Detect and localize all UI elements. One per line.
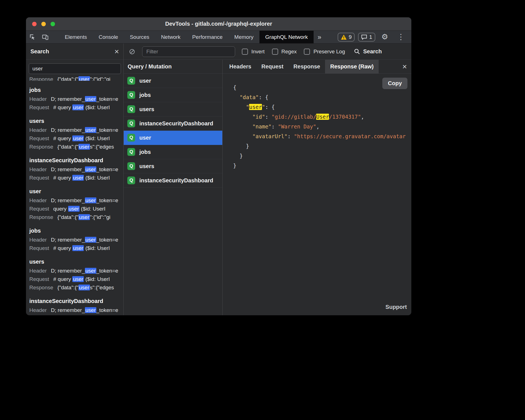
json-token xyxy=(233,114,252,120)
result-text-match: user xyxy=(72,135,84,141)
block-icon[interactable] xyxy=(129,48,135,55)
query-item-users[interactable]: Qusers xyxy=(124,159,222,173)
result-text: ($id: UserI xyxy=(84,104,110,110)
close-window-button[interactable] xyxy=(32,22,37,26)
result-line-label: Response xyxy=(29,285,53,290)
json-token: " xyxy=(262,104,265,110)
checkbox-invert[interactable]: Invert xyxy=(242,49,265,55)
search-panel-close-icon[interactable]: × xyxy=(114,48,119,56)
json-token: } xyxy=(233,153,243,159)
result-text-match: user xyxy=(78,144,90,150)
tab-sources[interactable]: Sources xyxy=(124,31,155,43)
result-text: ($id: UserI xyxy=(84,135,110,141)
result-line: HeaderD; remember_user_token=e xyxy=(29,306,120,314)
result-line: Request# query user ($id: UserI xyxy=(29,103,120,112)
result-text-match: user xyxy=(85,127,96,133)
query-type-badge: Q xyxy=(127,148,135,156)
result-text: s":{"edges xyxy=(90,285,114,290)
tab-network[interactable]: Network xyxy=(155,31,187,43)
search-results[interactable]: Response{"data":{"user":{"id":"gijobsHea… xyxy=(26,75,123,315)
warning-count: 9 xyxy=(349,34,352,40)
result-text-match: user xyxy=(78,285,90,290)
warnings-badge[interactable]: 9 xyxy=(338,33,355,42)
result-line: HeaderD; remember_user_token=e xyxy=(29,95,120,103)
result-text-match: user xyxy=(85,237,96,243)
query-item-users[interactable]: Qusers xyxy=(124,102,222,116)
result-line-label: Request xyxy=(29,135,49,141)
result-section-title: users xyxy=(29,117,120,125)
detail-close-icon[interactable]: × xyxy=(398,63,411,71)
detail-tab-headers[interactable]: Headers xyxy=(224,60,256,73)
result-text: D; remember_ xyxy=(51,268,85,274)
query-item-label: user xyxy=(139,135,151,141)
more-tabs-button[interactable]: » xyxy=(314,31,325,43)
copy-button[interactable]: Copy xyxy=(382,78,407,89)
tab-memory[interactable]: Memory xyxy=(228,31,259,43)
minimize-window-button[interactable] xyxy=(41,22,46,26)
json-match: user xyxy=(249,104,262,110)
devtools-content: Search × Response{"data":{"user":{"id":"… xyxy=(26,44,411,315)
query-item-user[interactable]: Quser xyxy=(124,74,222,88)
result-line: Requestquery user ($id: UserI xyxy=(29,205,120,213)
detail-tab-response[interactable]: Response xyxy=(288,60,325,73)
result-line-label: Request xyxy=(29,245,49,251)
json-code: { "data": { "user": { "id": "gid://gitla… xyxy=(233,83,411,171)
result-text: D; remember_ xyxy=(51,197,85,203)
detail-tab-request[interactable]: Request xyxy=(256,60,288,73)
query-item-instancesecuritydashboard[interactable]: QinstanceSecurityDashboard xyxy=(124,116,222,131)
json-token: /13704317" xyxy=(329,114,361,120)
tab-console[interactable]: Console xyxy=(93,31,124,43)
json-token: "https://secure.gravatar.com/avatar xyxy=(294,133,405,139)
result-text: # query xyxy=(53,175,73,181)
detail-tab-response-raw[interactable]: Response (Raw) xyxy=(325,60,379,73)
query-item-user[interactable]: Quser xyxy=(124,131,222,145)
tab-performance[interactable]: Performance xyxy=(186,31,228,43)
result-text: D; remember_ xyxy=(51,307,85,313)
query-item-jobs[interactable]: Qjobs xyxy=(124,145,222,159)
result-section-title: user xyxy=(29,188,120,195)
checkbox-regex[interactable]: Regex xyxy=(272,49,297,55)
filter-input[interactable] xyxy=(142,46,235,57)
json-line: } xyxy=(233,141,411,151)
filter-checkboxes: InvertRegexPreserve Log xyxy=(242,49,345,55)
tab-graphql-network[interactable]: GraphQL Network xyxy=(259,31,314,43)
result-line: Response{"data":{"users":{"edges xyxy=(29,283,120,292)
query-panel-title: Query / Mutation xyxy=(124,60,222,74)
zoom-window-button[interactable] xyxy=(51,22,55,26)
json-token: } xyxy=(233,143,249,149)
detail-panel: HeadersRequestResponseResponse (Raw) × {… xyxy=(223,60,411,315)
result-text: D; remember_ xyxy=(51,96,85,102)
kebab-menu-icon[interactable]: ⋮ xyxy=(394,33,407,41)
messages-badge[interactable]: 1 xyxy=(358,33,375,42)
query-item-label: user xyxy=(139,78,151,84)
json-line: "name": "Warren Day", xyxy=(233,122,411,132)
result-text-match: user xyxy=(68,206,80,212)
inspect-element-icon[interactable] xyxy=(26,31,39,43)
query-item-jobs[interactable]: Qjobs xyxy=(124,88,222,102)
json-token: : { xyxy=(265,104,275,110)
detail-tab-strip: HeadersRequestResponseResponse (Raw) xyxy=(224,60,379,73)
response-raw-view[interactable]: { "data": { "user": { "id": "gid://gitla… xyxy=(223,74,411,315)
query-type-badge: Q xyxy=(127,105,135,113)
settings-gear-icon[interactable]: ⚙ xyxy=(379,33,391,41)
result-text: {"data":{" xyxy=(58,214,78,220)
json-token: : xyxy=(265,114,271,120)
checkbox-box-preserve-log xyxy=(304,49,310,55)
tab-elements[interactable]: Elements xyxy=(59,31,93,43)
result-text-match: user xyxy=(85,307,96,313)
search-input[interactable] xyxy=(29,63,121,74)
query-type-badge: Q xyxy=(127,134,135,142)
device-toolbar-icon[interactable] xyxy=(39,31,52,43)
result-text: _token=e xyxy=(96,307,118,313)
result-line: HeaderD; remember_user_token=e xyxy=(29,126,120,134)
checkbox-preserve-log[interactable]: Preserve Log xyxy=(304,49,345,55)
support-link[interactable]: Support xyxy=(385,302,407,312)
query-item-label: instanceSecurityDashboard xyxy=(139,120,213,127)
result-line-label: Request xyxy=(29,104,49,110)
query-item-instancesecuritydashboard[interactable]: QinstanceSecurityDashboard xyxy=(124,173,222,188)
result-text-match: user xyxy=(72,175,84,181)
result-text: s":{"edges xyxy=(90,144,114,150)
detail-tabs-row: HeadersRequestResponseResponse (Raw) × xyxy=(223,60,411,74)
result-text: _token=e xyxy=(96,268,118,274)
search-button[interactable]: Search xyxy=(354,48,382,55)
